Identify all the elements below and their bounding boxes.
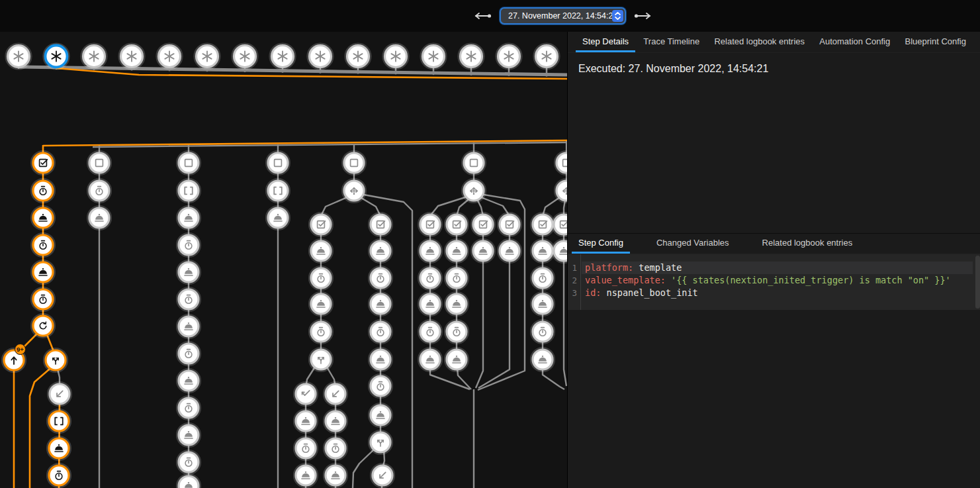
asterisk-node[interactable] <box>81 44 107 69</box>
refresh-node[interactable] <box>31 314 54 337</box>
checkbox-blank-node[interactable] <box>87 151 111 174</box>
ray-start-arrow-icon[interactable] <box>473 12 492 20</box>
timer-node[interactable] <box>445 320 468 343</box>
timer-node[interactable] <box>177 450 200 473</box>
timer-node[interactable] <box>177 396 200 419</box>
service-bell-node[interactable] <box>294 409 317 432</box>
asterisk-node[interactable] <box>195 44 220 69</box>
timer-node[interactable] <box>31 233 54 256</box>
timer-node[interactable] <box>531 320 554 343</box>
service-bell-node[interactable] <box>498 239 521 262</box>
service-bell-node[interactable] <box>177 260 200 283</box>
service-bell-node[interactable] <box>324 409 347 432</box>
checkbox-blank-node[interactable] <box>462 151 485 174</box>
service-bell-node[interactable] <box>87 206 111 229</box>
arrow-bottom-left-node[interactable] <box>48 382 71 405</box>
checkbox-marked-node[interactable] <box>531 213 554 236</box>
timer-node[interactable] <box>309 320 332 343</box>
service-bell-node[interactable] <box>309 292 332 315</box>
call-split-node[interactable] <box>44 348 67 371</box>
timer-node[interactable] <box>369 320 392 343</box>
checkbox-marked-node[interactable] <box>309 213 332 236</box>
trace-graph[interactable]: 9+ <box>0 32 567 488</box>
service-bell-node[interactable] <box>369 239 392 262</box>
service-bell-node[interactable] <box>369 348 392 371</box>
service-bell-node[interactable] <box>369 403 392 426</box>
tab-related-logbook-entries[interactable]: Related logbook entries <box>756 234 860 254</box>
service-bell-node[interactable] <box>31 206 54 229</box>
service-bell-node[interactable] <box>47 436 70 460</box>
service-bell-node[interactable] <box>418 239 441 262</box>
asterisk-node[interactable] <box>308 44 333 69</box>
service-bell-node[interactable] <box>418 348 441 371</box>
asterisk-node[interactable] <box>232 44 257 69</box>
code-brackets-node[interactable] <box>47 409 70 432</box>
asterisk-node[interactable] <box>459 44 484 69</box>
timer-node[interactable] <box>294 436 317 460</box>
service-bell-node[interactable] <box>309 239 332 262</box>
service-bell-node[interactable] <box>531 348 554 371</box>
timer-node[interactable] <box>177 287 200 311</box>
ray-end-arrow-icon[interactable] <box>634 12 652 20</box>
service-bell-node[interactable] <box>177 315 200 338</box>
timer-node[interactable] <box>369 266 392 289</box>
service-bell-node[interactable] <box>177 206 200 229</box>
timer-node[interactable] <box>531 266 554 289</box>
arrow-up-node[interactable]: 9+ <box>2 344 25 372</box>
service-bell-node[interactable] <box>418 292 441 315</box>
code-brackets-node[interactable] <box>177 179 200 202</box>
asterisk-node[interactable] <box>345 44 371 69</box>
arrow-decision-node[interactable] <box>462 179 485 202</box>
service-bell-node[interactable] <box>31 260 54 283</box>
service-bell-node[interactable] <box>324 464 347 487</box>
checkbox-blank-node[interactable] <box>555 151 567 174</box>
timer-node[interactable] <box>369 374 392 397</box>
checkbox-marked-node[interactable] <box>471 213 494 236</box>
service-bell-node[interactable] <box>445 239 468 262</box>
service-bell-node[interactable] <box>445 348 468 371</box>
arrow-check-node[interactable] <box>294 382 317 405</box>
service-bell-node[interactable] <box>266 206 289 229</box>
timer-node[interactable] <box>445 266 468 289</box>
service-bell-node[interactable] <box>531 292 554 315</box>
timer-node[interactable] <box>31 287 54 311</box>
asterisk-node[interactable] <box>534 44 559 69</box>
tab-step-config[interactable]: Step Config <box>572 234 630 254</box>
checkbox-marked-node[interactable] <box>498 213 521 236</box>
tab-automation-config[interactable]: Automation Config <box>813 32 897 52</box>
service-bell-node[interactable] <box>177 474 200 488</box>
service-bell-node[interactable] <box>369 292 392 315</box>
checkbox-marked-node[interactable] <box>552 213 567 236</box>
asterisk-node[interactable] <box>157 44 182 69</box>
code-brackets-node[interactable] <box>266 179 289 202</box>
timer-node[interactable] <box>309 266 332 289</box>
checkbox-marked-node[interactable] <box>31 151 54 174</box>
timer-node[interactable] <box>418 320 441 343</box>
asterisk-node[interactable] <box>383 44 408 69</box>
timer-node[interactable] <box>418 266 441 289</box>
service-bell-node[interactable] <box>531 239 554 262</box>
service-bell-node[interactable] <box>177 423 200 446</box>
timer-node[interactable] <box>47 464 70 487</box>
arrow-bottom-left-node[interactable] <box>371 464 394 487</box>
timer-node[interactable] <box>324 436 347 460</box>
tab-trace-timeline[interactable]: Trace Timeline <box>637 32 706 52</box>
tab-related-logbook-entries[interactable]: Related logbook entries <box>707 32 811 52</box>
asterisk-node[interactable] <box>6 44 31 69</box>
call-split-node[interactable] <box>369 430 392 454</box>
timer-node[interactable] <box>87 179 111 202</box>
checkbox-marked-node[interactable] <box>418 213 441 236</box>
checkbox-blank-node[interactable] <box>177 151 200 174</box>
asterisk-node[interactable] <box>119 44 144 69</box>
run-picker-select[interactable]: 27. November 2022, 14:54:21 <box>500 7 626 24</box>
checkbox-marked-node[interactable] <box>369 213 392 236</box>
arrow-decision-node[interactable] <box>342 179 365 202</box>
service-bell-node[interactable] <box>471 239 494 262</box>
yaml-editor[interactable]: 123 platform: templatevalue_template: '{… <box>568 254 980 310</box>
timer-node[interactable] <box>31 179 54 202</box>
asterisk-node[interactable] <box>496 44 521 69</box>
tab-blueprint-config[interactable]: Blueprint Config <box>898 32 973 52</box>
editor-scrollbar[interactable] <box>975 256 980 309</box>
service-bell-node[interactable] <box>177 369 200 392</box>
arrow-bottom-left-node[interactable] <box>324 382 347 405</box>
